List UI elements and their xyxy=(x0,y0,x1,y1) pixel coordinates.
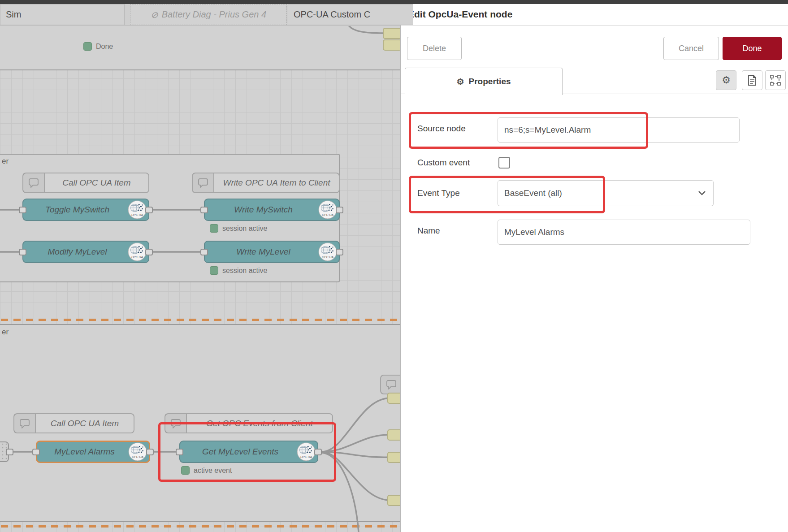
comment-node[interactable] xyxy=(380,375,400,394)
gear-icon: ⚙ xyxy=(456,77,464,87)
name-input[interactable] xyxy=(498,220,750,245)
tab-properties[interactable]: ⚙ Properties xyxy=(405,68,563,95)
node-mylevel-alarms[interactable]: MyLevel Alarms OPC UA xyxy=(36,441,150,463)
node-label: Write MySwitch xyxy=(234,205,293,215)
tab-label: Battery Diag - Prius Gen 4 xyxy=(162,9,266,20)
comment-bubble-icon xyxy=(193,173,214,192)
delete-button-label: Delete xyxy=(423,44,446,53)
comment-bubble-icon xyxy=(23,173,45,192)
edit-panel-title: Edit OpcUa-Event node xyxy=(408,9,512,20)
description-icon-button[interactable] xyxy=(742,70,762,90)
hidden-node-stub[interactable] xyxy=(387,393,400,404)
svg-text:OPC UA: OPC UA xyxy=(132,455,144,458)
edit-properties-icon-button[interactable]: ⚙ xyxy=(716,70,736,90)
comment-bubble-icon xyxy=(14,414,36,433)
port[interactable] xyxy=(146,449,154,455)
node-label: Modify MyLevel xyxy=(48,247,107,257)
comment-node[interactable]: Call OPC UA Item xyxy=(13,413,134,433)
selection-frame-icon xyxy=(770,75,781,86)
opcua-badge-icon: OPC UA xyxy=(128,200,147,219)
name-label: Name xyxy=(417,226,440,236)
port[interactable] xyxy=(145,249,153,255)
port[interactable] xyxy=(19,207,26,213)
svg-text:OPC UA: OPC UA xyxy=(131,255,143,259)
workspace-tabbar: Sim ⊘ Battery Diag - Prius Gen 4 OPC-UA … xyxy=(0,4,400,26)
opcua-badge-icon: OPC UA xyxy=(318,200,337,219)
group-selection-dash-top xyxy=(0,319,400,321)
annotation-box-source-node xyxy=(409,112,648,149)
done-status: Done xyxy=(83,42,113,51)
status-dot-icon xyxy=(210,266,218,275)
node-write-myswitch[interactable]: Write MySwitch OPC UA xyxy=(204,199,340,221)
svg-text:OPC UA: OPC UA xyxy=(322,255,334,259)
edit-panel: Edit OpcUa-Event node Delete Cancel Done… xyxy=(400,0,788,532)
node-toggle-myswitch[interactable]: Toggle MySwitch OPC UA xyxy=(22,199,149,221)
port[interactable] xyxy=(32,449,40,455)
tab-battery-diag[interactable]: ⊘ Battery Diag - Prius Gen 4 xyxy=(130,4,287,25)
group-upper-label: er xyxy=(2,157,9,166)
port[interactable] xyxy=(145,207,153,213)
custom-event-label: Custom event xyxy=(417,158,470,168)
port[interactable] xyxy=(200,249,208,255)
flow-canvas[interactable]: er er Done xyxy=(0,0,400,532)
comment-label: Call OPC UA Item xyxy=(45,173,148,192)
divider xyxy=(401,26,788,26)
header-strip xyxy=(0,0,788,4)
delete-button[interactable]: Delete xyxy=(407,37,462,60)
node-write-mylevel[interactable]: Write MyLevel OPC UA xyxy=(204,241,340,263)
session-status: session active xyxy=(210,266,268,275)
node-label: MyLevel Alarms xyxy=(54,447,114,457)
session-status: session active xyxy=(210,224,268,233)
port[interactable] xyxy=(336,249,343,255)
tab-sim[interactable]: Sim xyxy=(0,4,125,25)
appearance-icon-button[interactable] xyxy=(765,70,786,90)
node-modify-mylevel[interactable]: Modify MyLevel OPC UA xyxy=(22,241,149,263)
comment-node[interactable]: Call OPC UA Item xyxy=(22,173,149,193)
node-label: Toggle MySwitch xyxy=(45,205,109,215)
svg-text:OPC UA: OPC UA xyxy=(322,213,334,216)
port[interactable] xyxy=(200,207,208,213)
port[interactable] xyxy=(336,207,343,213)
comment-label: Write OPC UA Item to Client xyxy=(214,173,339,192)
disabled-flow-icon: ⊘ xyxy=(151,9,158,20)
node-red-window: er er Done xyxy=(0,0,788,532)
opcua-badge-icon: OPC UA xyxy=(318,242,337,261)
tab-opcua-custom[interactable]: OPC-UA Custom C xyxy=(288,4,413,25)
hidden-node-stub[interactable] xyxy=(387,452,400,463)
hidden-node-stub[interactable] xyxy=(383,39,400,51)
hidden-node-stub[interactable] xyxy=(383,28,400,39)
cancel-button[interactable]: Cancel xyxy=(663,37,719,60)
session-status-label: session active xyxy=(222,267,268,275)
port[interactable] xyxy=(6,449,13,455)
custom-event-checkbox[interactable] xyxy=(498,157,510,169)
hidden-node-stub[interactable] xyxy=(387,429,400,441)
tab-label: OPC-UA Custom C xyxy=(294,9,370,20)
node-label: Write MyLevel xyxy=(236,247,290,257)
tab-label: Sim xyxy=(6,9,21,20)
cancel-button-label: Cancel xyxy=(679,44,704,53)
done-button[interactable]: Done xyxy=(723,37,782,60)
done-status-label: Done xyxy=(96,43,113,51)
comment-node[interactable]: Write OPC UA Item to Client xyxy=(192,173,340,193)
gear-icon: ⚙ xyxy=(722,74,731,86)
status-dot-icon xyxy=(83,42,92,51)
opcua-badge-icon: OPC UA xyxy=(128,242,147,261)
port[interactable] xyxy=(19,249,26,255)
annotation-box-event-type xyxy=(409,176,605,213)
annotation-box-get-events xyxy=(158,422,336,482)
session-status-label: session active xyxy=(222,225,268,233)
group-lower-label: er xyxy=(2,328,9,337)
group-selection-dash-bottom xyxy=(0,525,400,528)
chevron-down-icon xyxy=(698,188,706,198)
done-button-label: Done xyxy=(742,44,762,53)
status-dot-icon xyxy=(210,224,218,233)
document-icon xyxy=(748,75,757,86)
comment-bubble-icon xyxy=(381,376,400,394)
svg-text:OPC UA: OPC UA xyxy=(131,213,143,216)
hidden-node-stub[interactable] xyxy=(387,495,400,506)
properties-tab-label: Properties xyxy=(469,77,511,87)
comment-label: Call OPC UA Item xyxy=(36,414,134,433)
opcua-badge-icon: OPC UA xyxy=(128,442,147,461)
